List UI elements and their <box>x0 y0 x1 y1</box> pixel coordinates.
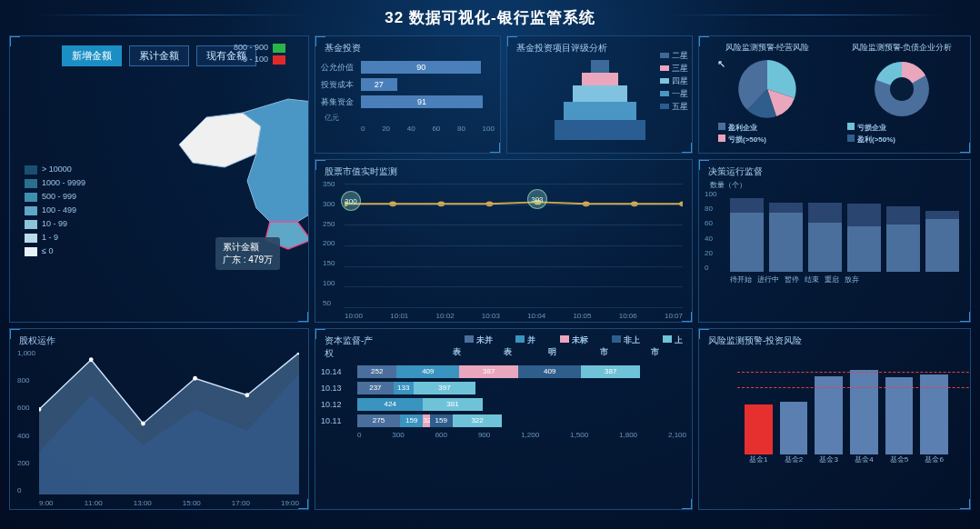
panel-map: 新增金额 累计金额 现有金额 800 - 900 0 - 100 > 10000… <box>9 35 309 323</box>
svg-point-13 <box>141 422 145 426</box>
risk-bars: 5000 4000 <box>737 354 955 454</box>
map-tooltip: 累计金额 广东 : 479万 <box>215 237 280 270</box>
map-legend: > 10000 1000 - 9999 500 - 999 100 - 499 … <box>25 163 85 258</box>
axis-label: 数量（个） <box>705 180 965 190</box>
pie-business <box>735 57 799 121</box>
bar: 91 <box>361 95 483 108</box>
title-bar: 32 数据可视化-银行监管系统 <box>0 0 980 32</box>
china-map[interactable] <box>161 63 309 263</box>
panel-fund-invest: 基金投资 公允价值90 投资成本27 募集资金91 亿元 02040608010… <box>315 35 501 154</box>
x-axis: 020406080100 <box>321 125 495 133</box>
bar-label: 公允价值 <box>321 62 361 74</box>
panel-fund-rating: 基金投资项目评级分析 二星 三星 四星 一星 五星 <box>506 35 693 154</box>
panel-title: 股权运作 <box>15 333 303 349</box>
cap-legend: 未并表 并表 未标明 非上市 上市 <box>380 333 686 362</box>
panel-equity-ops: 股权运作 1,0008006004002000 9:0011:0013:0015… <box>9 328 309 510</box>
panel-title: 基金投资 <box>321 40 495 56</box>
pyramid-legend: 二星 三星 四星 一星 五星 <box>648 49 688 113</box>
panel-title: 决策运行监督 <box>705 164 965 180</box>
svg-point-2 <box>890 77 914 101</box>
area-chart <box>39 353 299 494</box>
panel-title: 风险监测预警-投资风险 <box>705 333 965 349</box>
bar-label: 募集资金 <box>321 96 361 108</box>
panel-risk-pies: 风险监测预警-经营风险 ↖ 风险监测预警-负债企业分析 <box>698 35 971 154</box>
pyramid-chart <box>550 58 650 140</box>
stacked-bars <box>725 190 965 272</box>
data-marker: 303 <box>527 189 547 209</box>
panel-title: 股票市值实时监测 <box>321 164 686 180</box>
panel-capital-equity: 资本监督-产权 未并表 并表 未标明 非上市 上市 10.14252409387… <box>315 328 693 510</box>
axis-label: 亿元 <box>321 113 495 123</box>
pie1-legend: 盈利企业 亏损企业 亏损(>50%) 盈利(>50%) <box>705 123 965 145</box>
pie-liability <box>870 57 934 121</box>
tab-new[interactable]: 新增金额 <box>62 45 122 66</box>
bar: 90 <box>361 61 481 74</box>
svg-point-14 <box>193 376 197 381</box>
panel-decision-monitor: 决策运行监督 数量（个） 100806040200 待开始进行中暂停结束重启放弃 <box>698 159 971 323</box>
panel-title: 资本监督-产权 <box>321 333 380 362</box>
cursor-icon: ↖ <box>717 58 725 70</box>
panel-stock-realtime: 股票市值实时监测 35030025020015010050 300 303 10… <box>315 159 693 323</box>
svg-point-12 <box>89 357 94 362</box>
svg-point-15 <box>245 393 249 397</box>
line-chart: 300 303 <box>345 184 683 307</box>
panel-title: 风险监测预警-负债企业分析 <box>839 40 965 55</box>
panel-title: 风险监测预警-经营风险 <box>705 40 830 55</box>
bar-label: 投资成本 <box>321 79 361 91</box>
panel-risk-invest: 风险监测预警-投资风险 6,0005,0004,0003,0002,0001,0… <box>698 328 971 510</box>
bar: 27 <box>361 78 397 91</box>
data-marker: 300 <box>341 191 361 211</box>
page-title: 32 数据可视化-银行监管系统 <box>0 7 980 28</box>
